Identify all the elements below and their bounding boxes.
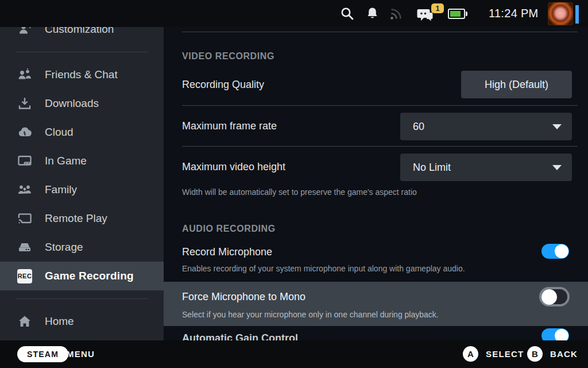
search-icon[interactable]: [340, 6, 354, 21]
sidebar-item-library[interactable]: Library: [0, 336, 164, 340]
max-frame-rate-label: Maximum frame rate: [182, 120, 277, 132]
sidebar-item-label: Game Recording: [45, 270, 134, 282]
customization-icon: [17, 27, 32, 37]
avatar-status-strip: [575, 5, 579, 24]
sidebar-item-label: Customization: [45, 27, 114, 36]
record-microphone-note: Enables recording of your system microph…: [182, 264, 465, 273]
max-frame-rate-dropdown[interactable]: 60: [400, 113, 572, 140]
sidebar-item-remote-play[interactable]: Remote Play: [0, 204, 164, 233]
home-icon: [17, 314, 32, 329]
sidebar-item-game-recording[interactable]: REC Game Recording: [0, 262, 164, 290]
max-video-height-dropdown[interactable]: No Limit: [400, 154, 572, 181]
back-label: BACK: [550, 349, 578, 359]
remote-play-icon: [17, 211, 32, 226]
sidebar-item-label: Family: [45, 183, 77, 196]
chevron-down-icon: [552, 124, 562, 129]
menu-label: MENU: [67, 349, 95, 359]
sidebar-item-family[interactable]: Family: [0, 175, 164, 204]
chat-messages-icon[interactable]: 1: [416, 2, 447, 26]
family-icon: [17, 182, 32, 197]
settings-content: VIDEO RECORDING Recording Quality High (…: [164, 27, 588, 340]
b-button-icon: B: [527, 346, 543, 362]
max-video-height-note: Width will be automatically set to prese…: [182, 187, 417, 197]
top-status-bar: 1 11:24 PM: [0, 0, 588, 27]
audio-recording-section-title: AUDIO RECORDING: [182, 224, 276, 234]
record-microphone-label: Record Microphone: [182, 246, 272, 258]
sidebar-item-customization[interactable]: Customization: [0, 27, 164, 44]
sidebar-item-label: Cloud: [45, 126, 74, 139]
wifi-signal-icon[interactable]: [389, 6, 404, 21]
select-label: SELECT: [486, 349, 524, 359]
sidebar-item-in-game[interactable]: In Game: [0, 147, 164, 175]
chat-unread-badge: 1: [431, 3, 444, 13]
friends-icon: [17, 67, 32, 82]
row-divider: [182, 32, 578, 32]
toggle-knob: [541, 289, 557, 305]
user-avatar[interactable]: [548, 2, 573, 25]
in-game-icon: [17, 154, 32, 168]
notifications-bell-icon[interactable]: [365, 6, 380, 21]
max-video-height-value: No Limit: [413, 162, 552, 174]
sidebar-divider: [16, 52, 148, 52]
row-divider: [182, 146, 578, 147]
max-video-height-label: Maximum video height: [182, 161, 285, 173]
cloud-icon: [17, 125, 32, 140]
select-button-hint[interactable]: A SELECT: [463, 346, 524, 362]
sidebar-divider: [16, 298, 148, 299]
sidebar-item-home[interactable]: Home: [0, 307, 164, 336]
sidebar-item-downloads[interactable]: Downloads: [0, 89, 164, 118]
toggle-knob: [555, 244, 568, 258]
sidebar-item-label: Home: [45, 315, 74, 328]
steam-settings-screen: 1 11:24 PM Customization Friends & Chat: [0, 0, 588, 368]
a-button-icon: A: [463, 346, 478, 362]
sidebar-item-label: Downloads: [45, 97, 99, 110]
recording-quality-button[interactable]: High (Default): [461, 71, 572, 98]
sidebar-item-storage[interactable]: Storage: [0, 233, 164, 262]
sidebar-item-label: Remote Play: [45, 212, 107, 225]
toggle-knob: [555, 329, 568, 340]
chevron-down-icon: [552, 165, 562, 170]
recording-quality-label: Recording Quality: [182, 79, 264, 91]
sidebar-item-friends-chat[interactable]: Friends & Chat: [0, 60, 164, 89]
sidebar-item-cloud[interactable]: Cloud: [0, 118, 164, 147]
video-recording-section-title: VIDEO RECORDING: [182, 51, 274, 62]
row-divider: [182, 105, 578, 106]
sidebar-item-label: Storage: [45, 241, 83, 254]
sidebar-item-label: Friends & Chat: [45, 68, 118, 81]
force-mic-mono-toggle[interactable]: [539, 287, 570, 306]
force-mic-mono-label: Force Microphone to Mono: [182, 291, 305, 303]
back-button-hint[interactable]: B BACK: [527, 346, 578, 362]
downloads-icon: [17, 96, 32, 111]
sidebar-item-label: In Game: [45, 155, 87, 167]
clock-time: 11:24 PM: [489, 7, 539, 20]
battery-icon: [448, 9, 467, 19]
rec-icon: REC: [17, 269, 32, 283]
storage-icon: [17, 240, 32, 255]
settings-sidebar: Customization Friends & Chat Downloads C: [0, 27, 164, 340]
force-mic-mono-row[interactable]: Force Microphone to Mono Select if you h…: [164, 282, 588, 326]
bottom-action-bar: STEAM MENU A SELECT B BACK: [0, 340, 588, 368]
force-mic-mono-note: Select if you hear your microphone only …: [182, 310, 439, 319]
auto-gain-control-label: Automatic Gain Control: [182, 332, 298, 340]
steam-button[interactable]: STEAM: [17, 346, 68, 362]
record-microphone-toggle[interactable]: [541, 244, 569, 259]
auto-gain-control-toggle[interactable]: [541, 328, 569, 340]
max-frame-rate-value: 60: [413, 121, 552, 133]
